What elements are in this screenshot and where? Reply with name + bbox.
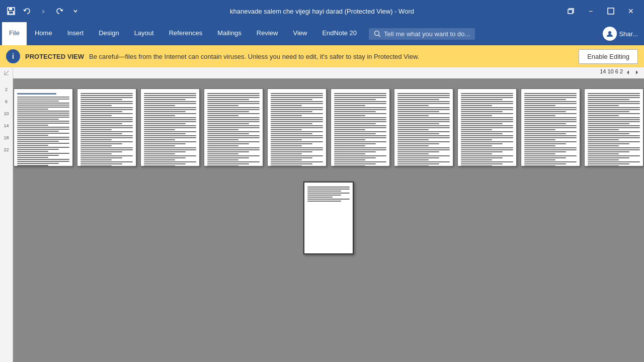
svg-rect-4 <box>568 10 573 14</box>
tab-endnote[interactable]: EndNote 20 <box>315 22 364 45</box>
ribbon-search[interactable]: Tell me what you want to do... <box>369 28 475 40</box>
undo-arrow-button[interactable] <box>36 4 50 18</box>
ruler-v-numbers: 2 6 10 14 18 22 <box>0 83 13 156</box>
svg-line-7 <box>379 35 381 37</box>
page-2[interactable] <box>77 88 136 166</box>
document-area[interactable]: // We'll generate pages inline <box>13 78 644 362</box>
page-3[interactable] <box>140 88 200 166</box>
svg-rect-3 <box>9 12 13 14</box>
search-icon <box>374 30 381 37</box>
page-row-2 <box>303 182 354 254</box>
tab-file[interactable]: File <box>2 22 27 45</box>
close-button[interactable]: ✕ <box>622 4 640 19</box>
svg-rect-1 <box>9 8 12 10</box>
page-5[interactable] <box>267 88 327 166</box>
tab-design[interactable]: Design <box>92 22 126 45</box>
tab-references[interactable]: References <box>162 22 209 45</box>
page-10[interactable] <box>584 88 643 166</box>
ruler-numbers: 14 10 6 2 <box>600 68 640 76</box>
quick-access-toolbar <box>4 4 83 18</box>
tab-layout[interactable]: Layout <box>127 22 161 45</box>
svg-rect-5 <box>608 8 614 14</box>
tab-view[interactable]: View <box>286 22 314 45</box>
undo-button[interactable] <box>20 4 34 18</box>
maximize-button[interactable] <box>602 4 620 19</box>
page-8[interactable] <box>457 88 517 166</box>
page-6[interactable] <box>331 88 390 166</box>
minimize-button[interactable]: − <box>582 4 600 19</box>
enable-editing-button[interactable]: Enable Editing <box>579 49 638 64</box>
restore-window-button[interactable] <box>561 4 580 19</box>
ruler-corner <box>0 67 13 78</box>
window-controls: − ✕ <box>561 4 640 19</box>
redo-button[interactable] <box>52 4 66 18</box>
protected-view-bar: i PROTECTED VIEW Be careful—files from t… <box>0 45 644 67</box>
horizontal-ruler: 14 10 6 2 <box>0 67 644 78</box>
page-4[interactable] <box>204 88 263 166</box>
page-row-1: // We'll generate pages inline <box>14 88 643 166</box>
main-area: 2 6 10 14 18 22 <box>0 78 644 362</box>
account-icon <box>603 27 617 41</box>
tab-insert[interactable]: Insert <box>60 22 91 45</box>
info-icon: i <box>6 49 20 63</box>
page-11[interactable] <box>303 182 354 254</box>
vertical-ruler: 2 6 10 14 18 22 <box>0 78 13 362</box>
ruler-horizontal: 14 10 6 2 <box>13 67 644 78</box>
tab-review[interactable]: Review <box>250 22 285 45</box>
save-button[interactable] <box>4 4 18 18</box>
svg-point-6 <box>375 31 379 36</box>
page-7[interactable] <box>394 88 453 166</box>
page-9[interactable] <box>521 88 580 166</box>
document-title: khanevade salem che vijegi hayi darad (P… <box>230 8 414 15</box>
page-1[interactable] <box>14 88 73 166</box>
protected-view-label: PROTECTED VIEW <box>25 53 84 60</box>
protected-view-message: Be careful—files from the Internet can c… <box>89 53 574 60</box>
tab-home[interactable]: Home <box>28 22 59 45</box>
title-bar: khanevade salem che vijegi hayi darad (P… <box>0 0 644 22</box>
tab-mailings[interactable]: Mailings <box>210 22 249 45</box>
customize-qat-button[interactable] <box>68 4 83 18</box>
ruler-arrows <box>625 68 640 76</box>
ribbon: File Home Insert Design Layout Reference… <box>0 22 644 45</box>
share-button[interactable]: Shar... <box>599 25 642 43</box>
svg-point-8 <box>608 31 611 34</box>
